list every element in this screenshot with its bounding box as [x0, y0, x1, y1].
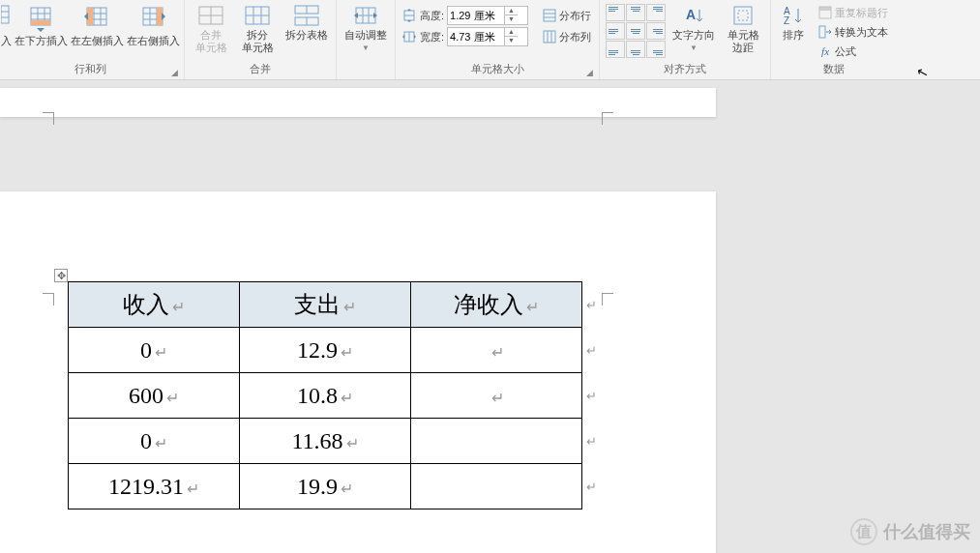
- insert-right-button[interactable]: 在右侧插入: [126, 2, 180, 49]
- svg-rect-40: [544, 10, 555, 21]
- table-cell[interactable]: 600↵: [69, 373, 240, 419]
- table-move-handle-icon[interactable]: ✥: [54, 269, 68, 282]
- align-bot-left[interactable]: [606, 41, 625, 58]
- table-row[interactable]: 600↵ 10.8↵ ↵↵: [69, 373, 582, 419]
- table-cell[interactable]: ↵: [411, 419, 582, 464]
- align-mid-center[interactable]: [626, 22, 645, 40]
- height-input[interactable]: [448, 10, 504, 21]
- table-cell[interactable]: ↵↵: [411, 373, 582, 419]
- svg-rect-0: [1, 6, 9, 23]
- table-cell[interactable]: ↵↵: [411, 328, 582, 373]
- height-down-icon[interactable]: ▼: [505, 15, 518, 24]
- watermark-text: 什么值得买: [883, 520, 970, 543]
- ribbon: 入 在下方插入 在左侧插入 在右侧插入 行和列 ◢ 合并 单元格: [0, 0, 980, 80]
- svg-rect-43: [544, 31, 555, 43]
- height-spinner[interactable]: ▲▼: [447, 6, 528, 25]
- col-width-icon: [401, 29, 417, 44]
- alignment-grid: [604, 2, 668, 60]
- group-alignment: A 文字方向 ▼ 单元格 边距 对齐方式: [600, 0, 771, 79]
- distribute-rows-icon: [542, 8, 557, 23]
- table-row[interactable]: 0↵ 12.9↵ ↵↵: [69, 328, 582, 373]
- group-label-rows-cols: 行和列 ◢: [0, 60, 180, 79]
- group-autofit: 自动调整 ▼ .: [337, 0, 396, 79]
- split-table-button[interactable]: 拆分表格: [282, 2, 332, 44]
- table-header-cell[interactable]: 收入↵: [69, 282, 240, 328]
- split-cells-button[interactable]: 拆分 单元格: [235, 2, 280, 56]
- cell-margins-button[interactable]: 单元格 边距: [720, 2, 766, 56]
- table-row[interactable]: 0↵ 11.68↵ ↵: [69, 419, 582, 464]
- convert-to-text-button[interactable]: 转换为文本: [816, 23, 890, 41]
- width-up-icon[interactable]: ▲: [505, 28, 518, 37]
- group-label-cell-size: 单元格大小 ◢: [400, 60, 595, 79]
- insert-left-button[interactable]: 在左侧插入: [70, 2, 124, 49]
- svg-rect-8: [31, 20, 50, 25]
- crop-mark-icon: [602, 282, 613, 294]
- table-row[interactable]: 1219.31↵ 19.9↵ ↵: [69, 464, 582, 509]
- width-input[interactable]: [448, 31, 504, 43]
- align-mid-left[interactable]: [606, 22, 625, 40]
- group-label-data: 数据: [775, 60, 892, 79]
- table-header-cell[interactable]: 支出↵: [240, 282, 411, 328]
- insert-above-button-cut[interactable]: 入: [0, 2, 12, 49]
- table-cell[interactable]: 1219.31↵: [69, 464, 240, 509]
- align-mid-right[interactable]: [646, 22, 666, 40]
- cell-size-launcher-icon[interactable]: ◢: [586, 68, 593, 77]
- svg-rect-47: [734, 7, 752, 24]
- sort-button[interactable]: AZ 排序: [775, 2, 812, 44]
- align-top-left[interactable]: [606, 4, 625, 21]
- watermark-badge-icon: 值: [850, 518, 877, 545]
- distribute-cols-icon: [542, 29, 557, 44]
- align-top-center[interactable]: [626, 4, 645, 21]
- distribute-cols-button[interactable]: 分布列: [540, 27, 593, 46]
- crop-mark-icon: [602, 102, 613, 113]
- merge-cells-button[interactable]: 合并 单元格: [189, 2, 233, 56]
- crop-mark-icon: [43, 282, 54, 294]
- convert-to-text-icon: [817, 24, 833, 40]
- watermark: 值 什么值得买: [850, 518, 970, 545]
- repeat-header-button[interactable]: 重复标题行: [816, 4, 890, 21]
- insert-below-button[interactable]: 在下方插入: [14, 2, 68, 49]
- document-area: ✥ 收入↵ 支出↵ 净收入↵↵ 0↵ 12.9↵ ↵↵ 600↵ 10.8↵ ↵…: [0, 80, 980, 553]
- formula-button[interactable]: fx 公式: [816, 43, 890, 60]
- align-bot-center[interactable]: [626, 41, 645, 58]
- table-cell[interactable]: 0↵: [69, 419, 240, 464]
- autofit-button[interactable]: 自动调整 ▼: [341, 2, 391, 56]
- group-label-merge: 合并: [189, 60, 332, 79]
- svg-text:A: A: [686, 7, 696, 22]
- group-cell-size: 高度: ▲▼ 宽度: ▲▼: [396, 0, 600, 79]
- svg-text:Z: Z: [784, 15, 789, 26]
- table-cell[interactable]: 0↵: [69, 328, 240, 373]
- table-cell[interactable]: 11.68↵: [240, 419, 411, 464]
- table-header-row[interactable]: 收入↵ 支出↵ 净收入↵↵: [69, 282, 582, 328]
- table-header-cell[interactable]: 净收入↵↵: [411, 282, 582, 328]
- svg-rect-51: [819, 7, 831, 11]
- height-up-icon[interactable]: ▲: [505, 7, 518, 15]
- table-cell[interactable]: ↵: [411, 464, 582, 509]
- group-merge: 合并 单元格 拆分 单元格 拆分表格 合并: [185, 0, 337, 79]
- svg-rect-53: [819, 26, 825, 38]
- group-label-alignment: 对齐方式: [604, 60, 766, 79]
- crop-mark-icon: [43, 102, 54, 113]
- formula-icon: fx: [817, 44, 833, 59]
- height-label: 高度:: [420, 9, 444, 23]
- table-cell[interactable]: 19.9↵: [240, 464, 411, 509]
- width-label: 宽度:: [420, 30, 444, 44]
- document-table[interactable]: 收入↵ 支出↵ 净收入↵↵ 0↵ 12.9↵ ↵↵ 600↵ 10.8↵ ↵↵ …: [68, 281, 582, 509]
- align-top-right[interactable]: [646, 4, 666, 21]
- width-down-icon[interactable]: ▼: [505, 37, 518, 45]
- rows-cols-launcher-icon[interactable]: ◢: [171, 68, 178, 77]
- text-direction-button[interactable]: A 文字方向 ▼: [669, 2, 718, 56]
- group-rows-cols: 入 在下方插入 在左侧插入 在右侧插入 行和列 ◢: [0, 0, 185, 79]
- distribute-rows-button[interactable]: 分布行: [540, 6, 593, 25]
- group-data: AZ 排序 重复标题行 转换为文本 fx 公式 数据: [771, 0, 896, 79]
- width-spinner[interactable]: ▲▼: [447, 27, 528, 46]
- page-previous-bottom[interactable]: [0, 88, 716, 117]
- svg-rect-48: [738, 11, 748, 20]
- row-height-icon: [401, 8, 417, 23]
- repeat-header-icon: [817, 5, 833, 20]
- table-cell[interactable]: 12.9↵: [240, 328, 411, 373]
- align-bot-right[interactable]: [646, 41, 666, 58]
- table-cell[interactable]: 10.8↵: [240, 373, 411, 419]
